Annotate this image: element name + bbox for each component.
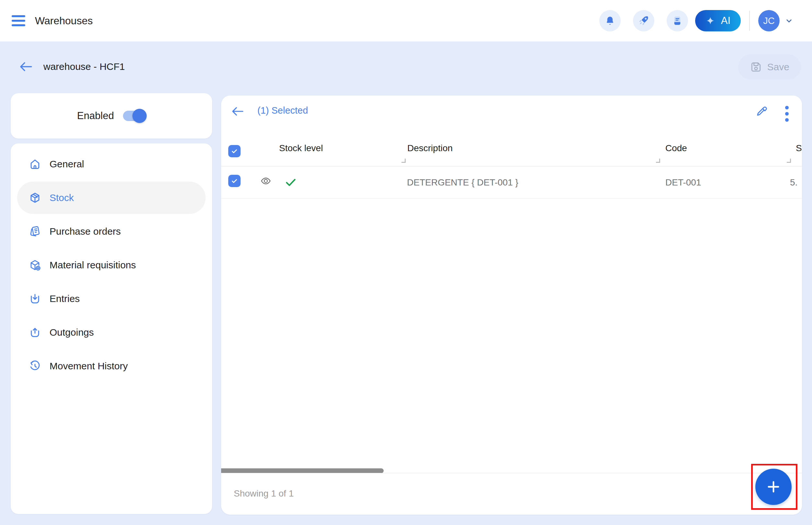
page-title: warehouse - HCF1	[43, 61, 125, 72]
sidebar-item-label: Material requisitions	[49, 259, 136, 271]
in-stock-check-icon	[284, 176, 297, 190]
sidebar-item-label: Purchase orders	[49, 226, 121, 237]
app-title: Warehouses	[35, 15, 93, 27]
sidebar-item-label: Entries	[49, 293, 80, 304]
enabled-toggle[interactable]	[123, 111, 146, 121]
column-header-clipped[interactable]: S	[796, 143, 802, 154]
cell-code: DET-001	[665, 177, 701, 188]
sidebar-item-purchase-orders[interactable]: Purchase orders	[17, 215, 206, 247]
notes-icon	[672, 15, 683, 26]
ai-button-label: AI	[721, 15, 730, 27]
selection-status-link[interactable]: (1) Selected	[257, 105, 308, 116]
ai-assistant-button[interactable]: AI	[695, 10, 741, 31]
sparkle-icon	[706, 16, 715, 26]
topbar-actions: AI JC	[599, 10, 794, 31]
receipt-icon	[29, 225, 41, 238]
sidebar-item-label: General	[49, 159, 84, 170]
chevron-down-icon[interactable]	[784, 16, 794, 26]
cell-description: DETERGENTE { DET-001 }	[407, 177, 518, 188]
add-button[interactable]	[755, 469, 792, 505]
column-resize-handle[interactable]	[787, 159, 791, 163]
view-eye-icon[interactable]	[259, 176, 272, 188]
sidebar-item-material-requisitions[interactable]: Material requisitions	[17, 249, 206, 281]
package-icon	[29, 192, 41, 204]
tray-out-icon	[29, 326, 41, 339]
topbar: Warehouses	[0, 0, 812, 42]
footer-divider	[221, 473, 802, 473]
row-checkbox[interactable]	[228, 175, 240, 187]
tray-in-icon	[29, 292, 41, 305]
sidebar-item-label: Stock	[49, 192, 74, 203]
sidebar-menu: General Stock Purchase orders	[11, 144, 212, 514]
column-header-code[interactable]: Code	[665, 143, 687, 154]
sidebar-item-outgoings[interactable]: Outgoings	[17, 316, 206, 349]
sidebar-item-stock[interactable]: Stock	[17, 182, 206, 214]
panel-back-arrow-icon[interactable]	[232, 106, 244, 118]
save-button-label: Save	[767, 61, 789, 73]
avatar-initials: JC	[763, 16, 774, 26]
select-all-checkbox[interactable]	[228, 145, 240, 157]
topbar-divider	[749, 11, 750, 31]
more-options-kebab-icon[interactable]	[784, 105, 790, 123]
table-header-divider	[221, 166, 802, 166]
enabled-card: Enabled	[11, 93, 212, 138]
whats-new-button[interactable]	[633, 10, 654, 31]
changelog-button[interactable]	[667, 10, 688, 31]
sidebar-item-label: Outgoings	[49, 327, 94, 338]
box-add-icon	[29, 259, 41, 271]
column-header-stock-level[interactable]: Stock level	[279, 143, 323, 154]
history-icon	[29, 360, 41, 372]
sidebar-item-label: Movement History	[49, 361, 128, 372]
column-resize-handle[interactable]	[401, 159, 406, 163]
page: Warehouses	[0, 0, 812, 525]
edit-pencil-icon[interactable]	[755, 105, 768, 119]
home-icon	[29, 158, 41, 170]
hamburger-menu-icon[interactable]	[12, 15, 25, 26]
plus-icon	[765, 478, 782, 495]
enabled-label: Enabled	[77, 110, 114, 122]
table-row-divider	[221, 198, 802, 199]
column-header-description[interactable]: Description	[407, 143, 453, 154]
sidebar-item-general[interactable]: General	[17, 148, 206, 180]
bell-icon	[604, 15, 616, 26]
save-icon	[750, 61, 762, 73]
notifications-button[interactable]	[599, 10, 621, 31]
save-button[interactable]: Save	[738, 55, 801, 80]
horizontal-scrollbar-thumb[interactable]	[221, 468, 384, 473]
sidebar-item-movement-history[interactable]: Movement History	[17, 350, 206, 382]
toggle-knob	[132, 109, 147, 123]
back-arrow-icon[interactable]	[19, 61, 32, 74]
rocket-icon	[638, 15, 649, 27]
sidebar-item-entries[interactable]: Entries	[17, 283, 206, 315]
stock-panel: (1) Selected Stock level Description Cod…	[221, 95, 802, 515]
column-resize-handle[interactable]	[656, 159, 660, 163]
cell-clipped-value: 5.	[790, 177, 797, 188]
footer-status: Showing 1 of 1	[234, 489, 294, 499]
avatar[interactable]: JC	[758, 10, 780, 31]
